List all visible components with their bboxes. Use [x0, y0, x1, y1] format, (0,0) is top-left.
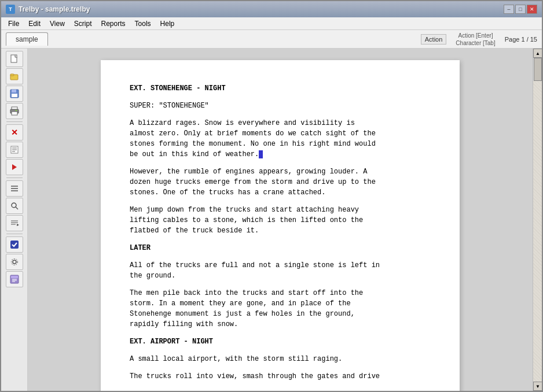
- tab-bar: sample: [1, 32, 416, 46]
- search-button[interactable]: [6, 198, 23, 214]
- title-bar-left: T Trelby - sample.trelby: [6, 5, 90, 14]
- format-icon: [10, 219, 19, 228]
- page-content[interactable]: EXT. STONEHENGE - NIGHT SUPER: "STONEHEN…: [101, 60, 460, 391]
- settings-button[interactable]: [6, 254, 23, 270]
- svg-rect-24: [10, 241, 19, 249]
- spellcheck-button[interactable]: [6, 236, 23, 253]
- title-bar: T Trelby - sample.trelby – □ ✕: [1, 1, 542, 17]
- separator-3: [6, 234, 23, 234]
- script-paragraph-3: However, the rumble of engines appears, …: [130, 167, 431, 198]
- info-icon: [10, 275, 19, 284]
- nav-icon: [10, 162, 19, 172]
- script-paragraph-4: Men jump down from the trucks and start …: [130, 205, 431, 236]
- scroll-up-button[interactable]: ▲: [533, 49, 542, 58]
- script-type-button[interactable]: [6, 142, 23, 158]
- svg-rect-2: [10, 74, 14, 76]
- info-button[interactable]: [6, 271, 23, 287]
- page-indicator: Page 1 / 15: [505, 36, 537, 43]
- svg-point-26: [11, 259, 17, 265]
- minimize-button[interactable]: –: [504, 5, 514, 14]
- main-area: ✕: [1, 49, 542, 391]
- svg-rect-9: [16, 110, 17, 111]
- menu-reports[interactable]: Reports: [97, 17, 130, 29]
- open-button[interactable]: [6, 68, 23, 84]
- main-window: T Trelby - sample.trelby – □ ✕ File Edit…: [0, 0, 543, 392]
- svg-rect-8: [12, 112, 17, 115]
- menu-help[interactable]: Help: [156, 17, 179, 29]
- format-button[interactable]: [6, 215, 23, 231]
- close-button[interactable]: ✕: [527, 5, 537, 14]
- separator-1: [6, 121, 23, 122]
- scrollbar[interactable]: ▲ ▼: [533, 49, 542, 391]
- status-area: Action Action [Enter] Character [Tab] Pa…: [416, 32, 542, 47]
- menu-bar: File Edit View Script Reports Tools Help: [1, 17, 542, 30]
- script-paragraph-9: A small local airport, with the storm st…: [130, 354, 431, 364]
- element-type-label: Action: [421, 34, 447, 45]
- svg-point-25: [13, 260, 16, 264]
- script-page[interactable]: EXT. STONEHENGE - NIGHT SUPER: "STONEHEN…: [28, 49, 533, 391]
- save-button[interactable]: [6, 86, 23, 102]
- title-controls: – □ ✕: [504, 5, 537, 14]
- menu-script[interactable]: Script: [69, 17, 97, 29]
- status-hint: Action [Enter] Character [Tab]: [456, 32, 495, 47]
- tab-sample[interactable]: sample: [6, 32, 48, 46]
- script-icon: [10, 145, 19, 154]
- left-toolbar: ✕: [1, 49, 28, 391]
- new-document-button[interactable]: [6, 51, 23, 67]
- window-title: Trelby - sample.trelby: [19, 5, 90, 13]
- new-doc-icon: [10, 54, 19, 64]
- script-paragraph-0: EXT. STONEHENGE - NIGHT: [130, 83, 431, 94]
- svg-rect-4: [12, 90, 16, 93]
- delete-button[interactable]: ✕: [6, 124, 23, 140]
- separator-2: [6, 177, 23, 178]
- scroll-groove: [533, 81, 542, 382]
- save-icon: [10, 89, 19, 98]
- app-icon: T: [6, 5, 15, 14]
- script-paragraph-5: LATER: [130, 243, 431, 253]
- svg-rect-28: [11, 276, 18, 278]
- scene-nav-button[interactable]: [6, 159, 23, 175]
- toolbar-row: sample Action Action [Enter] Character […: [1, 30, 542, 49]
- svg-line-19: [16, 207, 18, 209]
- script-paragraph-8: EXT. AIRPORT - NIGHT: [130, 336, 431, 347]
- script-paragraph-2: A blizzard rages. Snow is everywhere and…: [130, 118, 431, 160]
- script-paragraph-10: The trucks roll into view, smash through…: [130, 371, 431, 382]
- script-paragraph-1: SUPER: "STONEHENGE": [130, 101, 431, 111]
- svg-marker-23: [17, 224, 19, 226]
- menu-view[interactable]: View: [45, 17, 69, 29]
- list-icon: [10, 184, 19, 193]
- search-icon: [10, 201, 19, 210]
- menu-tools[interactable]: Tools: [130, 17, 156, 29]
- scroll-thumb[interactable]: [534, 58, 542, 81]
- open-icon: [10, 72, 19, 81]
- script-paragraph-6: All of the trucks are full and not a sin…: [130, 260, 431, 281]
- settings-icon: [10, 257, 19, 267]
- svg-marker-14: [12, 164, 17, 170]
- print-icon: [10, 106, 19, 116]
- scroll-down-button[interactable]: ▼: [533, 382, 542, 391]
- scroll-thumb-area: [533, 58, 542, 382]
- script-paragraph-7: The men pile back into the trucks and st…: [130, 288, 431, 330]
- script-container: EXT. STONEHENGE - NIGHT SUPER: "STONEHEN…: [28, 49, 542, 391]
- svg-rect-5: [12, 94, 17, 97]
- list-button[interactable]: [6, 180, 23, 197]
- svg-point-18: [12, 203, 16, 208]
- maximize-button[interactable]: □: [515, 5, 526, 14]
- menu-file[interactable]: File: [3, 17, 24, 29]
- text-cursor: [259, 150, 263, 158]
- spellcheck-icon: [10, 240, 19, 249]
- print-button[interactable]: [6, 103, 23, 119]
- menu-edit[interactable]: Edit: [24, 17, 45, 29]
